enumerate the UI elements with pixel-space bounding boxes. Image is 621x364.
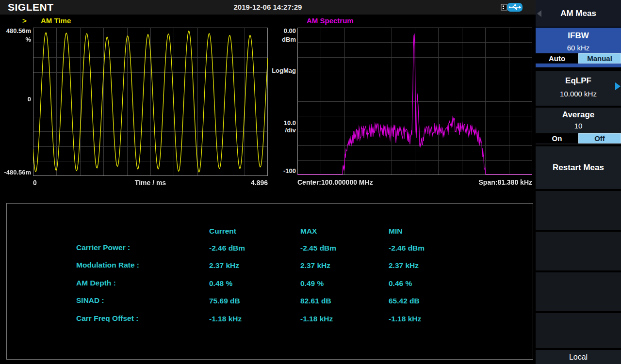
time-chart-title: AM Time — [41, 16, 71, 25]
local-button[interactable]: Local — [536, 350, 621, 364]
eqlpf-value: 10.000 kHz — [536, 86, 621, 98]
instrument-screen: SIGLENT 2019-12-06 14:27:29 > AM — [0, 0, 621, 364]
spectrum-span-label: Span:81.380 kHz — [297, 178, 532, 186]
row-min: 65.42 dB — [389, 297, 420, 305]
submenu-arrow-icon — [615, 82, 621, 90]
row-current: 2.37 kHz — [209, 261, 239, 270]
row-min: -2.46 dBm — [389, 244, 425, 253]
ifbw-auto-manual-toggle: Auto Manual — [536, 53, 621, 63]
time-y-max-label: 480.56m — [0, 27, 31, 34]
ifbw-value: 60 kHz — [536, 41, 621, 52]
usb-icon — [501, 2, 523, 14]
row-max: -1.18 kHz — [300, 315, 333, 323]
average-off-option[interactable]: Off — [578, 133, 621, 143]
spectrum-y-max-label: 0.00 — [272, 27, 296, 34]
spectrum-chart-title: AM Spectrum — [307, 16, 354, 25]
measurement-results-table: Current MAX MIN Carrier Power : -2.46 dB… — [6, 203, 533, 360]
row-min: 0.46 % — [389, 279, 412, 288]
menu-back-arrow-icon — [537, 10, 541, 17]
ifbw-title: IFBW — [536, 28, 621, 41]
column-header-min: MIN — [389, 227, 402, 236]
average-value: 10 — [536, 120, 621, 130]
softkey-average[interactable]: Average 10 On Off — [536, 108, 621, 144]
row-max: 0.49 % — [300, 279, 324, 288]
spectrum-y-min-label: -100 — [272, 167, 296, 174]
ifbw-manual-option[interactable]: Manual — [578, 53, 621, 63]
spectrum-scale-label: LogMag — [270, 67, 296, 74]
softkey-eqlpf[interactable]: EqLPF 10.000 kHz — [536, 71, 621, 106]
restart-meas-label: Restart Meas — [536, 146, 621, 189]
spectrum-div-value: 10.0 — [272, 119, 296, 127]
softkey-ifbw[interactable]: IFBW 60 kHz Auto Manual — [536, 28, 621, 67]
row-min: -1.18 kHz — [389, 315, 421, 323]
row-label: SINAD : — [76, 296, 104, 305]
am-spectrum-plot — [297, 28, 532, 175]
am-time-plot — [33, 28, 268, 176]
spectrum-y-unit-label: dBm — [272, 36, 296, 43]
active-trace-marker: > — [22, 16, 27, 25]
softkey-empty-4 — [536, 313, 621, 348]
time-y-zero-label: 0 — [0, 95, 31, 103]
average-on-option[interactable]: On — [536, 133, 578, 143]
spectrum-div-label: /div — [272, 127, 296, 134]
ifbw-auto-option[interactable]: Auto — [536, 53, 578, 63]
row-label: Carrier Power : — [76, 243, 130, 252]
menu-title: AM Meas — [536, 0, 621, 27]
row-label: Modulation Rate : — [76, 261, 139, 269]
column-header-current: Current — [209, 227, 236, 236]
softkey-restart-meas[interactable]: Restart Meas — [536, 146, 621, 189]
softkey-empty-1 — [536, 191, 621, 230]
local-label: Local — [536, 350, 621, 364]
row-current: -1.18 kHz — [209, 315, 242, 323]
eqlpf-title: EqLPF — [536, 71, 621, 86]
row-label: AM Depth : — [76, 279, 116, 287]
time-x-end-label: 4.896 — [33, 179, 268, 187]
softkey-empty-2 — [536, 232, 621, 270]
average-title: Average — [536, 108, 621, 120]
row-min: 2.37 kHz — [389, 261, 419, 270]
softkey-menu: AM Meas IFBW 60 kHz Auto Manual EqLPF 10… — [536, 0, 621, 364]
column-header-max: MAX — [300, 227, 317, 236]
row-label: Carr Freq Offset : — [76, 314, 138, 323]
row-current: 0.48 % — [209, 279, 232, 288]
softkey-empty-3 — [536, 272, 621, 311]
menu-header-am-meas[interactable]: AM Meas — [536, 0, 621, 27]
row-max: 2.37 kHz — [300, 261, 330, 270]
datetime-display: 2019-12-06 14:27:29 — [0, 3, 536, 11]
row-current: 75.69 dB — [209, 297, 240, 305]
time-y-min-label: -480.56m — [0, 169, 31, 176]
time-y-unit-label: % — [0, 36, 31, 43]
row-current: -2.46 dBm — [209, 244, 245, 253]
row-max: 82.61 dB — [300, 297, 331, 305]
top-status-bar: SIGLENT 2019-12-06 14:27:29 — [0, 0, 536, 15]
row-max: -2.45 dBm — [300, 244, 336, 253]
average-on-off-toggle: On Off — [536, 133, 621, 143]
